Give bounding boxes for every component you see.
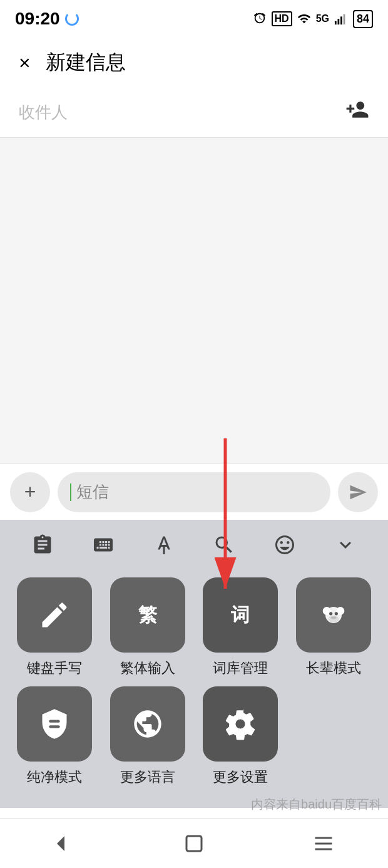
back-icon <box>53 832 76 855</box>
svg-point-9 <box>329 612 332 615</box>
send-button[interactable] <box>338 472 378 512</box>
traditional-text-icon: 繁 <box>138 602 157 628</box>
menu-item-pure[interactable]: 纯净模式 <box>13 686 97 787</box>
elder-icon-box <box>296 577 371 653</box>
emoji-toolbar-button[interactable] <box>269 529 300 561</box>
attachment-button[interactable]: + <box>10 472 50 512</box>
elder-label: 长辈模式 <box>306 659 361 678</box>
dictionary-icon-box: 词 <box>203 577 278 653</box>
menu-item-settings[interactable]: 更多设置 <box>198 686 283 787</box>
battery-indicator: 84 <box>353 10 373 28</box>
close-button[interactable]: × <box>19 53 31 73</box>
emoji-icon <box>273 534 296 556</box>
menu-item-language[interactable]: 更多语言 <box>106 686 190 787</box>
nav-bar <box>0 818 388 868</box>
svg-rect-18 <box>315 837 332 839</box>
pen-icon <box>38 599 71 631</box>
recipient-placeholder[interactable]: 收件人 <box>19 101 345 123</box>
text-cursor <box>70 483 71 501</box>
cursor-icon <box>153 534 175 556</box>
menu-item-elder[interactable]: 长辈模式 <box>292 577 376 678</box>
send-icon <box>349 483 367 502</box>
settings-icon-box <box>203 686 278 762</box>
svg-rect-17 <box>186 836 202 851</box>
recents-nav-button[interactable] <box>305 825 342 862</box>
back-nav-button[interactable] <box>46 825 83 862</box>
handwriting-label: 键盘手写 <box>27 659 82 678</box>
svg-rect-0 <box>335 21 337 24</box>
watermark: 内容来自baidu百度百科 <box>251 796 382 813</box>
recents-icon <box>312 832 335 855</box>
menu-row-1: 键盘手写 繁 繁体输入 词 词库管理 长辈模式 <box>13 577 375 678</box>
svg-marker-16 <box>57 836 64 851</box>
message-body <box>0 138 388 463</box>
svg-point-10 <box>334 612 337 615</box>
svg-rect-1 <box>337 19 339 24</box>
menu-row-2: 纯净模式 更多语言 更多设置 <box>13 686 375 787</box>
5g-badge: 5G <box>316 13 329 24</box>
traditional-icon-box: 繁 <box>110 577 185 653</box>
handwriting-icon-box <box>17 577 92 653</box>
ring-icon <box>65 12 79 26</box>
keyboard-icon <box>92 534 115 556</box>
home-icon <box>183 832 205 855</box>
pure-icon-box <box>17 686 92 762</box>
svg-rect-3 <box>344 14 345 24</box>
app-header: × 新建信息 <box>0 38 388 88</box>
recipient-bar: 收件人 <box>0 88 388 138</box>
cursor-toolbar-button[interactable] <box>148 529 180 561</box>
svg-rect-20 <box>315 848 332 850</box>
hd-badge: HD <box>272 11 292 26</box>
menu-item-dictionary[interactable]: 词 词库管理 <box>198 577 283 678</box>
menu-item-traditional[interactable]: 繁 繁体输入 <box>106 577 190 678</box>
input-placeholder: 短信 <box>76 481 109 503</box>
collapse-toolbar-button[interactable] <box>330 529 361 561</box>
status-time: 09:20 <box>15 9 79 29</box>
traditional-label: 繁体输入 <box>120 659 175 678</box>
clipboard-icon <box>31 534 54 556</box>
language-icon-box <box>110 686 185 762</box>
signal-icon <box>334 12 348 26</box>
svg-rect-2 <box>340 16 342 24</box>
page-title: 新建信息 <box>46 49 126 76</box>
status-icons: HD 5G 84 <box>253 10 373 28</box>
keyboard-toolbar <box>0 520 388 570</box>
dictionary-label: 词库管理 <box>213 659 268 678</box>
svg-rect-13 <box>49 725 60 728</box>
keyboard-menu: 键盘手写 繁 繁体输入 词 词库管理 长辈模式 <box>0 570 388 808</box>
message-input[interactable]: 短信 <box>58 472 330 512</box>
dictionary-text-icon: 词 <box>231 602 250 628</box>
svg-rect-12 <box>49 720 60 723</box>
search-icon <box>213 534 235 556</box>
alarm-icon <box>253 12 267 26</box>
home-nav-button[interactable] <box>175 825 213 862</box>
shield-icon <box>38 708 71 740</box>
keyboard-toolbar-button[interactable] <box>88 529 119 561</box>
settings-label: 更多设置 <box>213 768 268 787</box>
svg-rect-4 <box>163 547 165 554</box>
gear-icon <box>224 708 257 740</box>
wifi-icon <box>297 12 311 26</box>
chevron-down-icon <box>334 534 357 556</box>
input-bar: + 短信 <box>0 463 388 520</box>
svg-point-11 <box>330 616 336 619</box>
clipboard-toolbar-button[interactable] <box>27 529 58 561</box>
globe-icon <box>131 708 164 740</box>
search-toolbar-button[interactable] <box>208 529 240 561</box>
monkey-icon <box>317 599 350 631</box>
menu-item-handwriting[interactable]: 键盘手写 <box>13 577 97 678</box>
svg-rect-19 <box>315 842 332 844</box>
add-contact-button[interactable] <box>345 98 369 127</box>
language-label: 更多语言 <box>120 768 175 787</box>
pure-label: 纯净模式 <box>27 768 82 787</box>
status-bar: 09:20 HD 5G 84 <box>0 0 388 38</box>
